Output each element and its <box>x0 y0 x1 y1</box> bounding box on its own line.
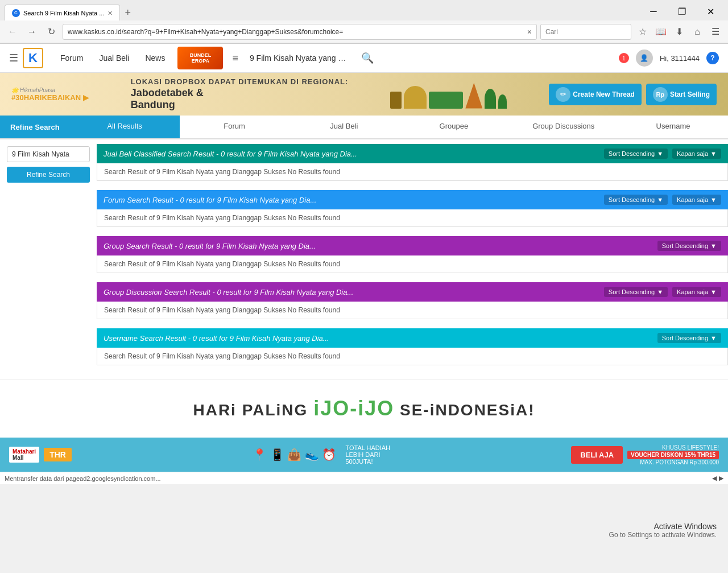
address-clear-button[interactable]: × <box>527 27 532 36</box>
new-tab-button[interactable]: + <box>120 5 136 20</box>
forum-result-title: Forum Search Result - 0 result for 9 Fil… <box>104 196 316 204</box>
close-button[interactable]: ✕ <box>697 2 723 20</box>
help-icon[interactable]: ? <box>706 52 719 64</box>
logo-letter: K <box>28 51 38 65</box>
nav-news[interactable]: News <box>137 44 173 72</box>
browser-chrome: C Search 9 Film Kisah Nyata ... × + ─ ❐ … <box>0 0 728 44</box>
forum-result-header: Forum Search Result - 0 result for 9 Fil… <box>97 190 728 209</box>
refine-search-button[interactable]: Refine Search <box>0 116 70 138</box>
forum-result-controls: Sort Descending ▼ Kapan saja ▼ <box>604 195 721 205</box>
tab-jual-beli[interactable]: Jual Beli <box>289 116 399 138</box>
banner-buttons: ✏ Create New Thread Rp Start Selling <box>549 84 717 105</box>
nav-jual-beli[interactable]: Jual Beli <box>91 44 137 72</box>
matahari-logo: MatahariMall <box>9 447 39 463</box>
hamburger-menu[interactable]: ☰ <box>9 52 18 64</box>
browser-tab[interactable]: C Search 9 Film Kisah Nyata ... × <box>5 5 120 20</box>
minimize-button[interactable]: ─ <box>640 2 667 20</box>
group-result-section: Group Search Result - 0 result for 9 Fil… <box>97 236 728 273</box>
banner-decoration <box>390 80 507 109</box>
group-discussion-result-controls: Sort Descending ▼ Kapan saja ▼ <box>604 287 721 297</box>
username-result-header: Username Search Result - 0 result for 9 … <box>97 328 728 348</box>
home-icon[interactable]: ⌂ <box>689 24 705 40</box>
group-result-controls: Sort Descending ▼ <box>657 241 721 251</box>
group-discussion-result-title: Group Discussion Search Result - 0 resul… <box>104 288 353 296</box>
group-discussion-result-header: Group Discussion Search Result - 0 resul… <box>97 282 728 302</box>
banner-left: 🌟 HikmahPuasa #30HARIKEBAIKAN ▶ <box>11 87 89 102</box>
forum-kapan-button[interactable]: Kapan saja ▼ <box>672 195 721 205</box>
thr-badge: THR <box>44 448 72 461</box>
sidebar: Refine Search <box>0 139 97 379</box>
bookmark-icon[interactable]: 📖 <box>653 24 669 40</box>
site-header: ☰ K Forum Jual Beli News BUNDELEROPA ≡ 9… <box>0 44 728 73</box>
ijo-text: HARi PALiNG iJO-iJO SE-iNDONESiA! <box>11 397 717 421</box>
notification-badge[interactable]: 1 <box>619 53 629 63</box>
site-nav: ☰ K Forum Jual Beli News BUNDELEROPA ≡ 9… <box>0 44 728 72</box>
address-bar-container[interactable]: × <box>63 24 537 40</box>
restore-button[interactable]: ❐ <box>669 2 695 20</box>
jual-beli-kapan-button[interactable]: Kapan saja ▼ <box>672 149 721 159</box>
browser-search-input[interactable] <box>545 28 631 36</box>
username-result-body: Search Result of 9 Film Kisah Nyata yang… <box>97 348 728 365</box>
jual-beli-result-section: Jual Beli Classified Search Result - 0 r… <box>97 144 728 181</box>
tab-groupee[interactable]: Groupee <box>399 116 508 138</box>
menu-icon[interactable]: ☰ <box>708 24 723 40</box>
search-tabs: Refine Search All Results Forum Jual Bel… <box>0 116 728 139</box>
group-sort-button[interactable]: Sort Descending ▼ <box>657 241 721 251</box>
jual-beli-result-header: Jual Beli Classified Search Result - 0 r… <box>97 144 728 163</box>
ad-voucher-info: KHUSUS LIFESTYLE! VOUCHER DISKON 15% THR… <box>627 444 719 465</box>
download-icon[interactable]: ⬇ <box>671 24 687 40</box>
jual-beli-sort-button[interactable]: Sort Descending ▼ <box>604 149 668 159</box>
tab-username[interactable]: Username <box>618 116 728 138</box>
forum-result-body: Search Result of 9 Film Kisah Nyata yang… <box>97 209 728 227</box>
tab-all-results[interactable]: All Results <box>70 116 180 138</box>
ad-right: BELI AJA KHUSUS LIFESTYLE! VOUCHER DISKO… <box>571 444 719 465</box>
username-result-controls: Sort Descending ▼ <box>657 333 721 343</box>
browser-toolbar: ← → ↻ × ☆ 📖 ⬇ ⌂ ☰ <box>0 20 728 43</box>
nav-links: Forum Jual Beli News BUNDELEROPA ≡ 9 Fil… <box>52 44 378 72</box>
tab-title: Search 9 Film Kisah Nyata ... <box>23 10 104 17</box>
nav-forum[interactable]: Forum <box>52 44 91 72</box>
browser-search-container[interactable] <box>540 24 631 40</box>
tab-close-button[interactable]: × <box>107 9 112 18</box>
ad-total: TOTAL HADIAHLEBIH DARI500JUTA! <box>345 444 390 465</box>
group-discussion-sort-button[interactable]: Sort Descending ▼ <box>604 287 668 297</box>
ad-left: MatahariMall THR <box>9 447 72 463</box>
sidebar-refine-button[interactable]: Refine Search <box>7 167 90 183</box>
group-discussion-result-section: Group Discussion Search Result - 0 resul… <box>97 282 728 319</box>
beli-aja-button[interactable]: BELI AJA <box>571 446 623 464</box>
username-sort-button[interactable]: Sort Descending ▼ <box>657 333 721 343</box>
group-result-title: Group Search Result - 0 result for 9 Fil… <box>104 242 316 250</box>
window-controls: ─ ❐ ✕ <box>640 2 723 20</box>
voucher-code: VOUCHER DISKON 15% THR15 <box>627 451 719 459</box>
site-logo[interactable]: K <box>23 48 43 68</box>
star-icon[interactable]: ☆ <box>635 24 651 40</box>
bundel-eropa-logo[interactable]: BUNDELEROPA <box>177 47 223 69</box>
group-discussion-result-body: Search Result of 9 Film Kisah Nyata yang… <box>97 302 728 319</box>
forum-sort-button[interactable]: Sort Descending ▼ <box>604 195 668 205</box>
reload-button[interactable]: ↻ <box>43 24 59 40</box>
jual-beli-result-controls: Sort Descending ▼ Kapan saja ▼ <box>604 149 721 159</box>
status-right: ◀ ▶ <box>712 475 723 482</box>
ijo-banner: HARi PALiNG iJO-iJO SE-iNDONESiA! <box>0 379 728 438</box>
tab-forum[interactable]: Forum <box>180 116 289 138</box>
create-thread-label: Create New Thread <box>573 90 635 98</box>
nav-more-button[interactable]: ≡ <box>228 52 243 64</box>
address-input[interactable] <box>68 28 525 36</box>
toolbar-icons: ☆ 📖 ⬇ ⌂ ☰ <box>635 24 723 40</box>
back-button[interactable]: ← <box>5 24 20 40</box>
results-area: Jual Beli Classified Search Result - 0 r… <box>97 139 728 379</box>
forward-button[interactable]: → <box>24 24 40 40</box>
sidebar-search-input[interactable] <box>7 146 90 162</box>
user-avatar: 👤 <box>636 50 653 67</box>
nav-search-icon[interactable]: 🔍 <box>357 52 378 64</box>
rp-icon: Rp <box>653 87 668 102</box>
tab-group-discussions[interactable]: Group Discussions <box>508 116 618 138</box>
group-result-body: Search Result of 9 Film Kisah Nyata yang… <box>97 255 728 273</box>
start-selling-label: Start Selling <box>670 90 710 98</box>
create-thread-btn[interactable]: ✏ Create New Thread <box>549 84 642 105</box>
start-selling-btn[interactable]: Rp Start Selling <box>646 84 717 105</box>
nav-right: 1 👤 Hi, 3111444 ? <box>619 50 719 67</box>
status-bar: Mentransfer data dari pagead2.googlesynd… <box>0 472 728 484</box>
group-discussion-kapan-button[interactable]: Kapan saja ▼ <box>672 287 721 297</box>
main-content: Refine Search Jual Beli Classified Searc… <box>0 139 728 379</box>
